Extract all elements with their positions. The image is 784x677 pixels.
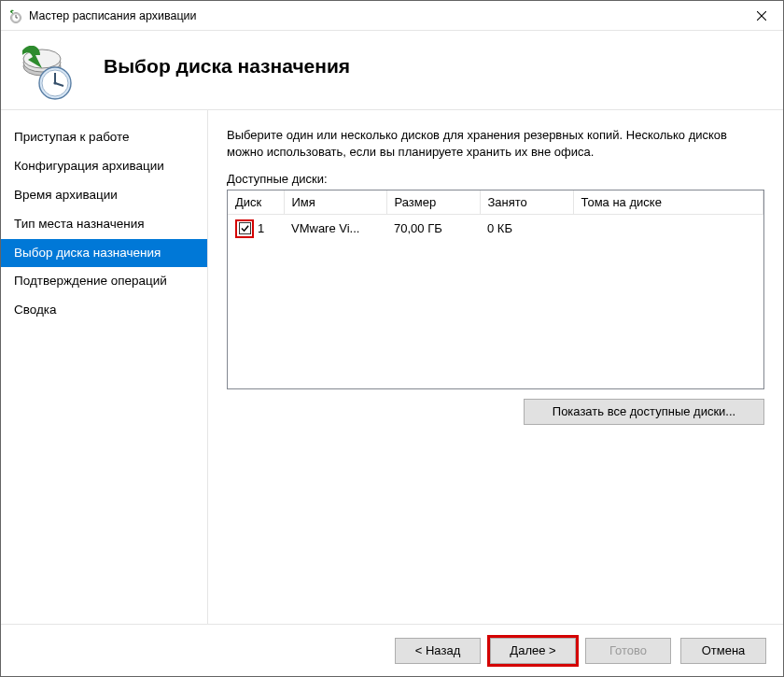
wizard-body: Приступая к работе Конфигурация архиваци… (1, 109, 783, 624)
cancel-button[interactable]: Отмена (680, 638, 766, 664)
disk-number: 1 (258, 221, 264, 235)
svg-point-13 (53, 81, 56, 84)
wizard-icon (20, 46, 76, 102)
disk-name: VMware Vi... (284, 214, 386, 243)
step-backup-config[interactable]: Конфигурация архивации (1, 152, 207, 181)
window-title: Мастер расписания архивации (29, 9, 740, 22)
col-name[interactable]: Имя (284, 190, 386, 215)
step-select-destination-disk[interactable]: Выбор диска назначения (1, 239, 207, 268)
step-backup-time[interactable]: Время архивации (1, 181, 207, 210)
show-all-disks-button[interactable]: Показать все доступные диски... (524, 399, 764, 425)
main-panel: Выберите один или несколько дисков для х… (208, 110, 783, 624)
table-row[interactable]: 1 VMware Vi... 70,00 ГБ 0 КБ (228, 214, 763, 243)
wizard-footer: < Назад Далее > Готово Отмена (1, 624, 783, 676)
checkmark-icon (241, 224, 249, 233)
cancel-button-label: Отмена (702, 643, 746, 657)
close-icon (757, 11, 766, 21)
disk-size: 70,00 ГБ (386, 214, 480, 243)
step-getting-started[interactable]: Приступая к работе (1, 123, 207, 152)
titlebar: Мастер расписания архивации (1, 1, 783, 31)
col-used[interactable]: Занято (480, 190, 573, 215)
back-button-label: < Назад (415, 643, 460, 657)
step-summary[interactable]: Сводка (1, 296, 207, 325)
next-button-label: Далее > (510, 643, 555, 657)
disk-volumes (573, 214, 763, 243)
col-volumes[interactable]: Тома на диске (573, 190, 763, 215)
finish-button-label: Готово (609, 643, 647, 657)
close-button[interactable] (740, 1, 783, 30)
table-header-row: Диск Имя Размер Занято Тома на диске (228, 190, 763, 215)
disk-checkbox[interactable] (239, 222, 251, 234)
instruction-text: Выберите один или несколько дисков для х… (227, 127, 764, 161)
disk-used: 0 КБ (480, 214, 573, 243)
disks-table-container: Диск Имя Размер Занято Тома на диске (227, 190, 764, 389)
next-button[interactable]: Далее > (490, 638, 576, 664)
step-confirmation[interactable]: Подтверждение операций (1, 267, 207, 296)
finish-button: Готово (585, 638, 671, 664)
step-destination-type[interactable]: Тип места назначения (1, 210, 207, 239)
back-button[interactable]: < Назад (395, 638, 481, 664)
page-title: Выбор диска назначения (104, 55, 350, 78)
available-disks-label: Доступные диски: (227, 172, 764, 186)
col-disk[interactable]: Диск (228, 190, 284, 215)
app-icon (8, 8, 23, 23)
col-size[interactable]: Размер (386, 190, 480, 215)
disks-table: Диск Имя Размер Занято Тома на диске (228, 190, 763, 243)
wizard-steps: Приступая к работе Конфигурация архиваци… (1, 110, 208, 624)
disk-checkbox-highlight (235, 219, 254, 238)
wizard-header: Выбор диска назначения (1, 31, 783, 109)
